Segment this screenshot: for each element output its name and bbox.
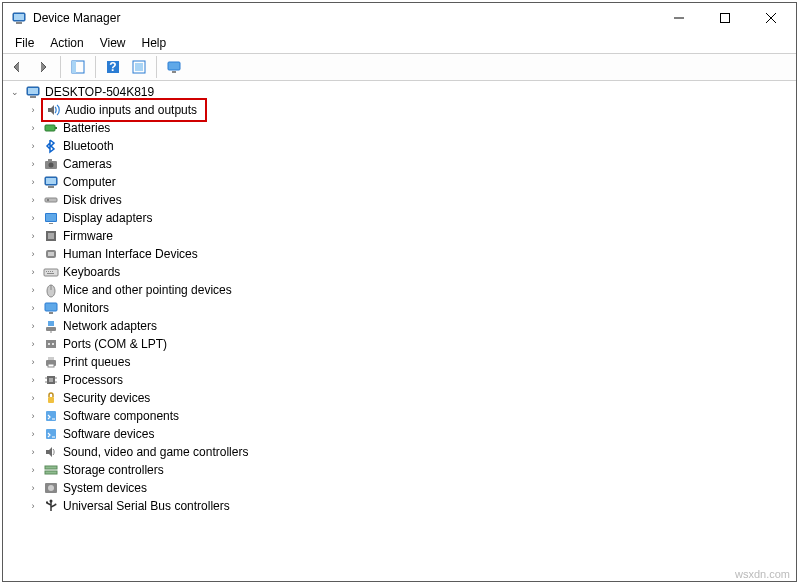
storage-icon xyxy=(43,462,59,478)
tree-category[interactable]: ›Processors xyxy=(25,371,796,389)
expand-icon[interactable]: › xyxy=(27,230,39,242)
tree-category[interactable]: ›System devices xyxy=(25,479,796,497)
maximize-button[interactable] xyxy=(702,3,748,33)
tree-children: ›Audio inputs and outputs›Batteries›Blue… xyxy=(7,101,796,515)
tree-category[interactable]: ›Security devices xyxy=(25,389,796,407)
tree-category[interactable]: ›Sound, video and game controllers xyxy=(25,443,796,461)
ports-icon xyxy=(43,336,59,352)
system-icon xyxy=(43,480,59,496)
menu-action[interactable]: Action xyxy=(42,34,91,52)
tree-category[interactable]: ›Software components xyxy=(25,407,796,425)
show-hide-button[interactable] xyxy=(66,55,90,79)
expand-icon[interactable]: › xyxy=(27,464,39,476)
category-label: Keyboards xyxy=(63,265,120,279)
expand-icon[interactable]: › xyxy=(27,248,39,260)
forward-button[interactable] xyxy=(31,55,55,79)
expand-icon[interactable]: › xyxy=(27,104,39,116)
titlebar[interactable]: Device Manager xyxy=(3,3,796,33)
hardware-changes-button[interactable] xyxy=(162,55,186,79)
printer-icon xyxy=(43,354,59,370)
menu-help[interactable]: Help xyxy=(134,34,175,52)
watermark: wsxdn.com xyxy=(735,568,790,580)
toolbar: ? xyxy=(3,53,796,81)
hid-icon xyxy=(43,246,59,262)
expand-icon[interactable]: › xyxy=(27,284,39,296)
root-label: DESKTOP-504K819 xyxy=(45,85,154,99)
expand-icon[interactable]: › xyxy=(27,176,39,188)
category-label: Human Interface Devices xyxy=(63,247,198,261)
expand-icon[interactable]: › xyxy=(27,500,39,512)
expand-icon[interactable]: › xyxy=(27,194,39,206)
tree-category[interactable]: ›Cameras xyxy=(25,155,796,173)
expand-icon[interactable]: › xyxy=(27,122,39,134)
expand-icon[interactable]: › xyxy=(27,392,39,404)
camera-icon xyxy=(43,156,59,172)
menu-file[interactable]: File xyxy=(7,34,42,52)
category-label: Software components xyxy=(63,409,179,423)
window: Device Manager File Action View Help ? ⌄… xyxy=(2,2,797,582)
category-label: Security devices xyxy=(63,391,150,405)
expand-icon[interactable]: › xyxy=(27,266,39,278)
tree-category[interactable]: ›Monitors xyxy=(25,299,796,317)
svg-rect-63 xyxy=(135,63,143,71)
keyboard-icon xyxy=(43,264,59,280)
expand-icon[interactable]: › xyxy=(27,212,39,224)
network-icon xyxy=(43,318,59,334)
help-button[interactable]: ? xyxy=(101,55,125,79)
expand-icon[interactable]: › xyxy=(27,338,39,350)
expand-icon[interactable]: › xyxy=(27,374,39,386)
computer-icon xyxy=(43,174,59,190)
firmware-icon xyxy=(43,228,59,244)
category-label: Storage controllers xyxy=(63,463,164,477)
expand-icon[interactable]: › xyxy=(27,320,39,332)
category-label: Computer xyxy=(63,175,116,189)
category-label: Firmware xyxy=(63,229,113,243)
tree-category[interactable]: ›Firmware xyxy=(25,227,796,245)
tree-category[interactable]: ›Universal Serial Bus controllers xyxy=(25,497,796,515)
category-label: Batteries xyxy=(63,121,110,135)
tree-category[interactable]: ›Display adapters xyxy=(25,209,796,227)
tree-category[interactable]: ›Audio inputs and outputs xyxy=(25,101,796,119)
minimize-button[interactable] xyxy=(656,3,702,33)
category-label: Processors xyxy=(63,373,123,387)
scan-hardware-button[interactable] xyxy=(127,55,151,79)
back-button[interactable] xyxy=(5,55,29,79)
expand-icon[interactable]: › xyxy=(27,158,39,170)
tree-category[interactable]: ›Ports (COM & LPT) xyxy=(25,335,796,353)
device-tree[interactable]: ⌄ DESKTOP-504K819 ›Audio inputs and outp… xyxy=(3,81,796,581)
expand-icon[interactable]: › xyxy=(27,482,39,494)
collapse-icon[interactable]: ⌄ xyxy=(9,86,21,98)
tree-category[interactable]: ›Human Interface Devices xyxy=(25,245,796,263)
expand-icon[interactable]: › xyxy=(27,428,39,440)
category-label: Audio inputs and outputs xyxy=(65,103,197,117)
category-label: Display adapters xyxy=(63,211,152,225)
menu-view[interactable]: View xyxy=(92,34,134,52)
disk-icon xyxy=(43,192,59,208)
tree-category[interactable]: ›Software devices xyxy=(25,425,796,443)
tree-category[interactable]: ›Print queues xyxy=(25,353,796,371)
svg-rect-59 xyxy=(72,61,76,73)
tree-category[interactable]: ›Disk drives xyxy=(25,191,796,209)
expand-icon[interactable]: › xyxy=(27,356,39,368)
tree-category[interactable]: ›Bluetooth xyxy=(25,137,796,155)
tree-category[interactable]: ›Storage controllers xyxy=(25,461,796,479)
separator xyxy=(60,56,61,78)
menubar: File Action View Help xyxy=(3,33,796,53)
expand-icon[interactable]: › xyxy=(27,140,39,152)
category-label: Cameras xyxy=(63,157,112,171)
expand-icon[interactable]: › xyxy=(27,410,39,422)
sound-icon xyxy=(43,444,59,460)
cpu-icon xyxy=(43,372,59,388)
tree-category[interactable]: ›Computer xyxy=(25,173,796,191)
software-icon xyxy=(43,408,59,424)
close-button[interactable] xyxy=(748,3,794,33)
expand-icon[interactable]: › xyxy=(27,446,39,458)
expand-icon[interactable]: › xyxy=(27,302,39,314)
tree-category[interactable]: ›Mice and other pointing devices xyxy=(25,281,796,299)
tree-category[interactable]: ›Network adapters xyxy=(25,317,796,335)
category-label: Monitors xyxy=(63,301,109,315)
category-label: Network adapters xyxy=(63,319,157,333)
tree-category[interactable]: ›Keyboards xyxy=(25,263,796,281)
category-label: Sound, video and game controllers xyxy=(63,445,248,459)
separator xyxy=(95,56,96,78)
